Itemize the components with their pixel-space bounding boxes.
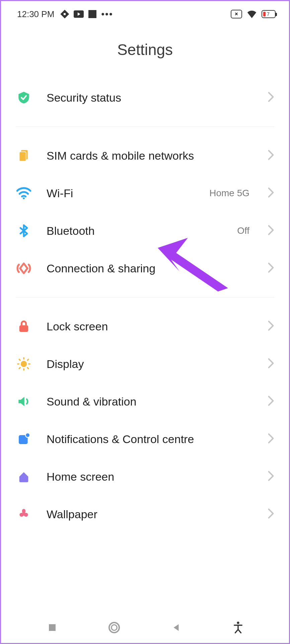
lock-icon — [16, 318, 32, 334]
row-label: Display — [47, 358, 253, 371]
row-connection-sharing[interactable]: Connection & sharing — [16, 250, 274, 287]
row-label: Lock screen — [47, 320, 253, 333]
more-notifications-icon: ••• — [101, 12, 113, 16]
connection-sharing-icon — [16, 260, 32, 276]
bluetooth-icon — [16, 223, 32, 239]
svg-point-17 — [109, 623, 119, 633]
row-value: Off — [237, 225, 249, 236]
svg-point-18 — [111, 625, 117, 631]
chevron-right-icon — [268, 225, 274, 237]
chevron-right-icon — [268, 395, 274, 408]
row-bluetooth[interactable]: Bluetooth Off — [16, 212, 274, 250]
row-label: Home screen — [47, 470, 253, 483]
row-label: Bluetooth — [47, 224, 222, 237]
notifications-icon — [16, 431, 32, 447]
svg-line-10 — [27, 368, 28, 369]
battery-level: 7 — [267, 11, 270, 17]
row-wallpaper[interactable]: Wallpaper — [16, 495, 274, 533]
row-sim-cards[interactable]: SIM cards & mobile networks — [16, 137, 274, 174]
row-label: Security status — [47, 91, 253, 104]
app-square-icon — [88, 10, 96, 18]
row-value: Home 5G — [209, 188, 249, 199]
svg-point-4 — [21, 361, 27, 367]
no-sim-icon: × — [231, 10, 242, 18]
svg-point-2 — [23, 197, 25, 199]
wifi-icon — [16, 185, 32, 201]
row-home-screen[interactable]: Home screen — [16, 458, 274, 495]
flower-icon — [16, 506, 32, 522]
row-display[interactable]: Display — [16, 345, 274, 383]
svg-point-19 — [237, 622, 239, 624]
row-label: Wi-Fi — [47, 187, 195, 200]
svg-line-12 — [27, 359, 28, 360]
row-label: SIM cards & mobile networks — [47, 149, 253, 162]
row-label: Sound & vibration — [47, 395, 253, 408]
row-security-status[interactable]: Security status — [16, 79, 274, 116]
chevron-right-icon — [268, 358, 274, 370]
svg-point-14 — [25, 433, 30, 437]
divider — [16, 126, 274, 127]
row-label: Wallpaper — [47, 508, 253, 521]
svg-line-11 — [19, 368, 20, 369]
chevron-right-icon — [268, 187, 274, 199]
sun-icon — [16, 356, 32, 372]
home-icon — [16, 469, 32, 485]
settings-list: Security status SIM cards & mobile netwo… — [1, 79, 289, 533]
chevron-right-icon — [268, 433, 274, 445]
svg-rect-3 — [19, 325, 28, 332]
row-label: Notifications & Control centre — [47, 433, 253, 446]
chevron-right-icon — [268, 508, 274, 520]
chevron-right-icon — [268, 320, 274, 332]
row-label: Connection & sharing — [47, 262, 253, 275]
youtube-icon — [74, 10, 84, 18]
row-notifications-control[interactable]: Notifications & Control centre — [16, 420, 274, 458]
nav-accessibility-button[interactable] — [231, 620, 245, 635]
row-sound-vibration[interactable]: Sound & vibration — [16, 383, 274, 420]
row-lock-screen[interactable]: Lock screen — [16, 308, 274, 345]
nav-back-button[interactable] — [169, 620, 184, 635]
chevron-right-icon — [268, 471, 274, 483]
page-title: Settings — [1, 24, 289, 79]
speaker-icon — [16, 393, 32, 410]
svg-rect-16 — [49, 624, 56, 631]
chevron-right-icon — [268, 150, 274, 162]
transfer-icon — [60, 10, 69, 18]
shield-check-icon — [16, 90, 32, 106]
row-wifi[interactable]: Wi-Fi Home 5G — [16, 174, 274, 212]
divider — [16, 297, 274, 298]
wifi-status-icon — [247, 10, 257, 18]
status-time: 12:30 PM — [17, 9, 54, 19]
nav-recents-button[interactable] — [45, 620, 60, 635]
chevron-right-icon — [268, 262, 274, 274]
sim-card-icon — [16, 148, 32, 164]
chevron-right-icon — [268, 92, 274, 104]
status-bar: 12:30 PM ••• × 7 — [1, 1, 289, 24]
svg-line-9 — [19, 359, 20, 360]
battery-icon: 7 — [262, 10, 276, 18]
svg-rect-1 — [19, 152, 26, 161]
navigation-bar — [1, 612, 289, 643]
nav-home-button[interactable] — [107, 620, 122, 635]
